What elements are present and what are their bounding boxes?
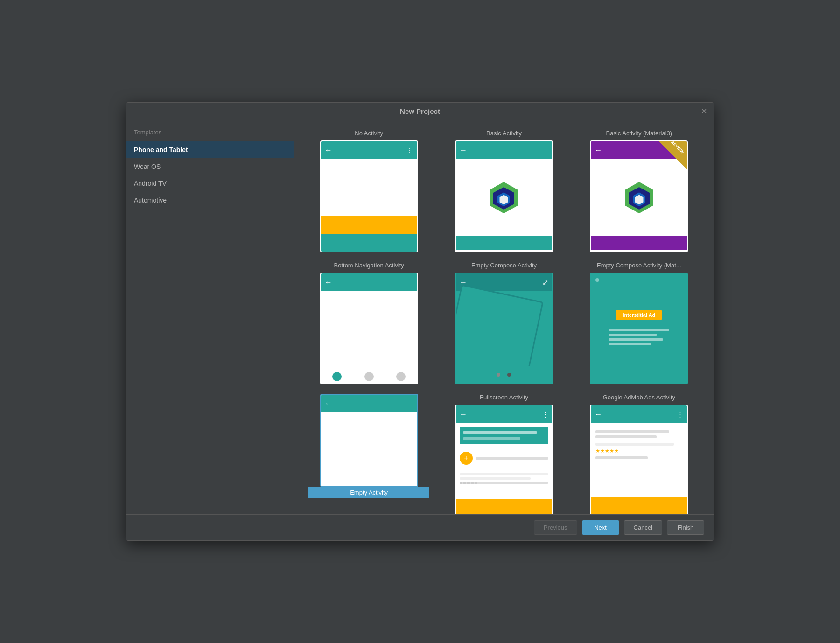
template-google-admob-card: ← ⋮ ★★★★★ bbox=[590, 405, 688, 514]
dot-indicator-1 bbox=[497, 373, 500, 377]
template-empty-compose[interactable]: Empty Compose Activity ← ⤢ bbox=[443, 262, 564, 384]
previous-button[interactable]: Previous bbox=[534, 520, 577, 535]
menu-dots-fullscreen: ⋮ bbox=[542, 411, 548, 418]
sidebar-item-phone-tablet[interactable]: Phone and Tablet bbox=[126, 141, 294, 158]
template-fullscreen-activity-card: ← ⋮ + bbox=[455, 405, 553, 514]
template-basic-activity-card: ← bbox=[455, 140, 553, 252]
cancel-button[interactable]: Cancel bbox=[624, 520, 662, 535]
menu-dots-admob: ⋮ bbox=[677, 411, 683, 418]
template-empty-compose-material-name: Empty Compose Activity (Mat... bbox=[597, 262, 681, 269]
finish-button[interactable]: Finish bbox=[667, 520, 704, 535]
template-google-admob[interactable]: Google AdMob Ads Activity ← ⋮ ★★★★★ bbox=[579, 394, 700, 514]
dialog-footer: Previous Next Cancel Finish bbox=[126, 514, 714, 540]
template-empty-compose-name: Empty Compose Activity bbox=[471, 262, 537, 269]
sidebar-item-wear-os[interactable]: Wear OS bbox=[126, 158, 294, 175]
expand-icon-compose: ⤢ bbox=[542, 278, 548, 287]
fullscreen-input-area bbox=[460, 427, 548, 444]
hex-logo-basic bbox=[486, 180, 521, 215]
back-arrow-icon-admob: ← bbox=[595, 410, 602, 419]
template-basic-activity[interactable]: Basic Activity ← bbox=[443, 130, 564, 252]
title-bar: New Project ✕ bbox=[126, 103, 714, 120]
template-fullscreen-activity-name: Fullscreen Activity bbox=[480, 394, 528, 401]
back-arrow-icon-fullscreen: ← bbox=[460, 410, 467, 419]
template-bottom-navigation[interactable]: Bottom Navigation Activity ← bbox=[308, 262, 429, 384]
sidebar-label: Templates bbox=[126, 125, 294, 141]
phone-top-bar-empty: ← bbox=[321, 395, 417, 412]
template-empty-compose-card: ← ⤢ bbox=[455, 273, 553, 384]
interstitial-ad-banner: Interstitial Ad bbox=[616, 310, 662, 320]
template-empty-compose-material-card: Interstitial Ad bbox=[590, 273, 688, 384]
new-project-dialog: New Project ✕ Templates Phone and Tablet… bbox=[126, 102, 714, 541]
template-empty-activity-name: Empty Activity bbox=[308, 487, 429, 498]
dialog-title: New Project bbox=[400, 107, 440, 115]
hex-logo-material3 bbox=[622, 180, 657, 215]
template-no-activity-card: ← ⋮ bbox=[320, 140, 418, 252]
sidebar: Templates Phone and Tablet Wear OS Andro… bbox=[126, 120, 294, 514]
template-google-admob-name: Google AdMob Ads Activity bbox=[603, 394, 675, 401]
template-empty-activity[interactable]: ← Empty Activity bbox=[308, 394, 429, 514]
admob-content: ★★★★★ bbox=[591, 423, 687, 466]
fullscreen-top-bar: ← ⋮ bbox=[456, 405, 552, 423]
phone-top-bar: ← ⋮ bbox=[321, 141, 417, 159]
template-empty-activity-card: ← bbox=[320, 394, 418, 487]
fullscreen-lines bbox=[456, 468, 552, 489]
back-arrow-icon: ← bbox=[325, 146, 332, 154]
template-basic-activity-name: Basic Activity bbox=[486, 130, 522, 137]
back-arrow-icon-empty: ← bbox=[325, 399, 332, 408]
template-bottom-navigation-name: Bottom Navigation Activity bbox=[334, 262, 404, 269]
templates-grid: No Activity ← ⋮ Basic Activity bbox=[308, 130, 700, 514]
phone-top-bar-basic: ← bbox=[456, 141, 552, 159]
next-button[interactable]: Next bbox=[582, 520, 619, 535]
admob-top-bar: ← ⋮ bbox=[591, 405, 687, 423]
back-arrow-icon-bottom-nav: ← bbox=[325, 278, 332, 287]
template-basic-activity-material3[interactable]: Basic Activity (Material3) ← bbox=[579, 130, 700, 252]
sidebar-item-automotive[interactable]: Automotive bbox=[126, 192, 294, 209]
fullscreen-bottom-accent bbox=[456, 499, 552, 514]
dot-indicator-2 bbox=[507, 373, 511, 377]
template-basic-activity-material3-card: ← PREVIEW bbox=[590, 140, 688, 252]
template-empty-compose-material[interactable]: Empty Compose Activity (Mat... Interstit… bbox=[579, 262, 700, 384]
phone-top-bar-bottom-nav: ← bbox=[321, 273, 417, 291]
fullscreen-edit-row: + bbox=[456, 448, 552, 468]
template-no-activity[interactable]: No Activity ← ⋮ bbox=[308, 130, 429, 252]
templates-panel: No Activity ← ⋮ Basic Activity bbox=[294, 120, 714, 514]
template-basic-activity-material3-name: Basic Activity (Material3) bbox=[606, 130, 672, 137]
menu-dots-icon: ⋮ bbox=[406, 147, 413, 154]
sidebar-item-android-tv[interactable]: Android TV bbox=[126, 175, 294, 192]
star-rating: ★★★★★ bbox=[595, 448, 682, 454]
dialog-body: Templates Phone and Tablet Wear OS Andro… bbox=[126, 120, 714, 514]
template-bottom-navigation-card: ← bbox=[320, 273, 418, 384]
template-no-activity-name: No Activity bbox=[355, 130, 383, 137]
back-arrow-icon-material3: ← bbox=[595, 146, 602, 154]
admob-bottom-bar bbox=[591, 497, 687, 514]
template-fullscreen-activity[interactable]: Fullscreen Activity ← ⋮ + bbox=[443, 394, 564, 514]
nav-dot-2 bbox=[364, 372, 374, 381]
back-arrow-icon-basic: ← bbox=[460, 146, 467, 154]
close-button[interactable]: ✕ bbox=[701, 108, 707, 115]
ad-lines bbox=[609, 327, 669, 348]
nav-dot-1 bbox=[332, 372, 342, 381]
nav-dot-3 bbox=[396, 372, 406, 381]
